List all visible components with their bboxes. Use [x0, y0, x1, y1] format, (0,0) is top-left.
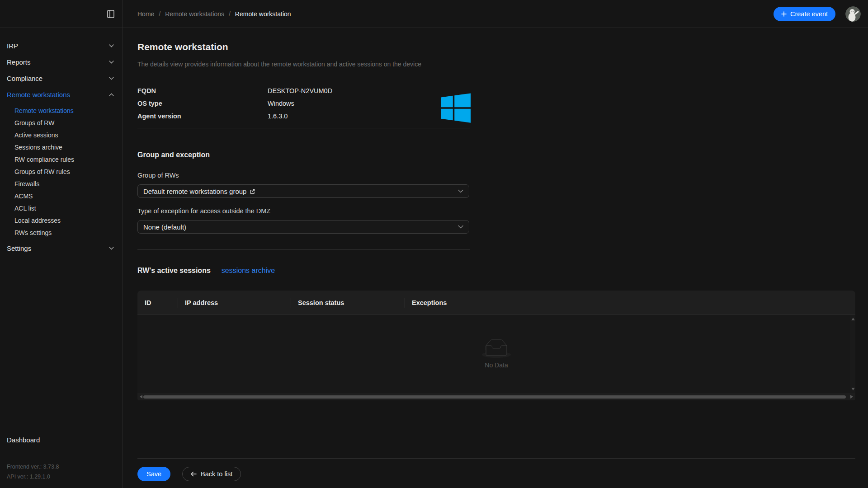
- group-of-rws-select[interactable]: Default remote workstations group: [137, 184, 469, 198]
- sidebar-subitem-rws-settings[interactable]: RWs settings: [0, 226, 123, 239]
- windows-logo: [441, 93, 471, 123]
- sidebar-subitem-active-sessions[interactable]: Active sessions: [0, 129, 123, 141]
- sidebar-subitem-groups-of-rw[interactable]: Groups of RW: [0, 117, 123, 129]
- group-section-heading: Group and exception: [137, 151, 210, 159]
- sidebar-subitem-acl-list[interactable]: ACL list: [0, 202, 123, 214]
- column-header-exceptions[interactable]: Exceptions: [405, 291, 855, 314]
- exception-type-select[interactable]: None (default): [137, 220, 469, 234]
- exception-type-label: Type of exception for access outside the…: [137, 208, 270, 215]
- sidebar-footer: Dashboard Frontend ver.: 3.73.8 API ver.…: [0, 432, 123, 488]
- frontend-version: Frontend ver.: 3.73.8: [0, 462, 123, 472]
- horizontal-scrollbar-thumb[interactable]: [143, 395, 846, 399]
- breadcrumb-current: Remote workstation: [235, 10, 291, 18]
- sidebar-subitem-local-addresses[interactable]: Local addresses: [0, 214, 123, 226]
- sidebar-item-remote-workstations[interactable]: Remote workstations: [0, 86, 123, 103]
- detail-label: Agent version: [137, 113, 268, 120]
- sidebar-subitem-rw-compliance-rules[interactable]: RW compliance rules: [0, 153, 123, 165]
- scroll-up-arrow-icon[interactable]: [851, 318, 855, 320]
- chevron-down-icon: [109, 247, 114, 250]
- breadcrumb-home[interactable]: Home: [137, 10, 154, 18]
- sessions-heading: RW's active sessions: [137, 267, 211, 274]
- chevron-up-icon: [109, 93, 114, 96]
- sidebar-item-label: Reports: [7, 58, 31, 66]
- page-subtitle: The details view provides information ab…: [137, 61, 421, 68]
- table-body: No Data: [137, 314, 855, 393]
- back-arrow-icon: [191, 471, 197, 477]
- save-button[interactable]: Save: [137, 467, 170, 481]
- detail-value-fqdn: DESKTOP-N2VUM0D: [268, 87, 332, 94]
- sidebar-subitem-firewalls[interactable]: Firewalls: [0, 178, 123, 190]
- detail-row-agent-version: Agent version 1.6.3.0: [137, 110, 471, 122]
- table-header: ID IP address Session status Exceptions: [137, 291, 855, 314]
- sessions-heading-row: RW's active sessions sessions archive: [137, 267, 275, 275]
- breadcrumb-separator: /: [229, 10, 231, 18]
- sidebar-item-label: ACL list: [14, 205, 36, 212]
- sidebar-item-reports[interactable]: Reports: [0, 54, 123, 70]
- sidebar-item-label: Sessions archive: [14, 144, 62, 151]
- column-header-id[interactable]: ID: [137, 291, 178, 314]
- sidebar-item-label: Active sessions: [14, 131, 58, 139]
- sidebar-toggle-icon[interactable]: [107, 10, 114, 18]
- external-link-icon[interactable]: [250, 188, 255, 194]
- sidebar-item-label: RWs settings: [14, 229, 52, 236]
- exception-type-value: None (default): [143, 223, 186, 231]
- breadcrumb-separator: /: [159, 10, 160, 18]
- sidebar-item-label: ACMS: [14, 192, 33, 200]
- sidebar-item-label: Groups of RW: [14, 119, 54, 127]
- group-of-rws-label: Group of RWs: [137, 172, 179, 179]
- footer-divider: [137, 458, 855, 459]
- chevron-down-icon: [109, 77, 114, 80]
- sidebar-item-label: Groups of RW rules: [14, 168, 70, 175]
- sessions-archive-link[interactable]: sessions archive: [222, 267, 275, 275]
- create-event-label: Create event: [790, 10, 828, 18]
- sidebar-item-label: Compliance: [7, 75, 42, 82]
- column-header-ip-address[interactable]: IP address: [178, 291, 291, 314]
- sidebar-submenu: Remote workstations Groups of RW Active …: [0, 104, 123, 239]
- horizontal-scrollbar[interactable]: [137, 393, 855, 400]
- sidebar: IRP Reports Compliance Remote workstatio…: [0, 0, 123, 488]
- sidebar-subitem-remote-workstations[interactable]: Remote workstations: [0, 104, 123, 117]
- workstation-details: FQDN DESKTOP-N2VUM0D OS type Windows Age…: [137, 84, 471, 122]
- detail-row-fqdn: FQDN DESKTOP-N2VUM0D: [137, 84, 471, 97]
- breadcrumb: Home / Remote workstations / Remote work…: [137, 10, 291, 18]
- sidebar-item-label: Firewalls: [14, 180, 39, 188]
- scroll-left-arrow-icon[interactable]: [140, 395, 142, 399]
- vertical-scrollbar[interactable]: [850, 315, 855, 393]
- sidebar-item-label: Remote workstations: [14, 107, 74, 114]
- empty-box-icon: [482, 339, 511, 358]
- plus-icon: [781, 11, 787, 17]
- sidebar-header: [0, 0, 123, 28]
- sidebar-item-dashboard[interactable]: Dashboard: [0, 432, 123, 447]
- detail-label: OS type: [137, 100, 268, 107]
- scroll-down-arrow-icon[interactable]: [851, 388, 855, 390]
- detail-value-agent-version: 1.6.3.0: [268, 113, 288, 120]
- group-of-rws-value: Default remote workstations group: [143, 188, 246, 195]
- sidebar-item-compliance[interactable]: Compliance: [0, 70, 123, 86]
- detail-value-os-type: Windows: [268, 100, 294, 107]
- avatar[interactable]: [845, 6, 861, 22]
- main-area: Home / Remote workstations / Remote work…: [123, 0, 868, 488]
- top-bar: Home / Remote workstations / Remote work…: [123, 0, 868, 28]
- sidebar-subitem-sessions-archive[interactable]: Sessions archive: [0, 141, 123, 153]
- sidebar-item-label: Local addresses: [14, 217, 61, 224]
- scroll-right-arrow-icon[interactable]: [850, 395, 853, 399]
- chevron-down-icon: [109, 61, 114, 64]
- page-title: Remote workstation: [137, 42, 228, 52]
- detail-row-os-type: OS type Windows: [137, 97, 471, 110]
- sidebar-subitem-acms[interactable]: ACMS: [0, 190, 123, 202]
- sidebar-subitem-groups-of-rw-rules[interactable]: Groups of RW rules: [0, 165, 123, 178]
- sidebar-item-irp[interactable]: IRP: [0, 38, 123, 54]
- back-to-list-label: Back to list: [201, 470, 232, 478]
- sidebar-item-label: Remote workstations: [7, 91, 70, 99]
- back-to-list-button[interactable]: Back to list: [182, 467, 241, 481]
- breadcrumb-remote-workstations[interactable]: Remote workstations: [165, 10, 224, 18]
- section-divider: [137, 128, 470, 128]
- chevron-down-icon: [458, 225, 463, 229]
- sidebar-item-label: Settings: [7, 244, 31, 252]
- column-header-session-status[interactable]: Session status: [291, 291, 405, 314]
- sidebar-footer-divider: [7, 457, 116, 457]
- chevron-down-icon: [458, 189, 463, 193]
- sidebar-item-settings[interactable]: Settings: [0, 240, 123, 256]
- sidebar-item-label: RW compliance rules: [14, 156, 74, 163]
- create-event-button[interactable]: Create event: [774, 7, 835, 21]
